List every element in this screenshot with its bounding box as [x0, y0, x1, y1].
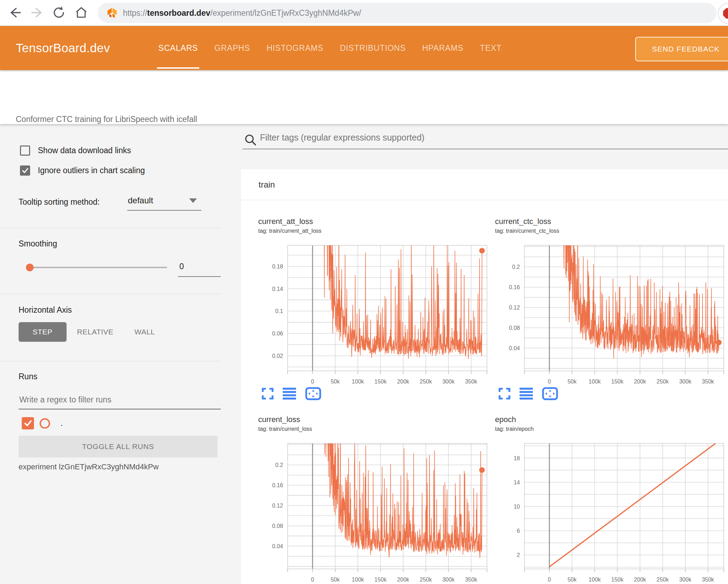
- svg-text:0: 0: [311, 379, 314, 385]
- chart-toolbar: [499, 387, 558, 400]
- group-header[interactable]: train: [241, 169, 728, 200]
- tooltip-sorting-label: Tooltip sorting method:: [19, 197, 99, 207]
- chart-toolbar: [262, 387, 321, 400]
- horizontal-axis-option-relative[interactable]: RELATIVE: [67, 322, 124, 342]
- svg-text:150k: 150k: [611, 577, 624, 583]
- svg-text:0.16: 0.16: [272, 482, 283, 488]
- svg-text:250k: 250k: [657, 379, 669, 385]
- divider: [0, 361, 221, 361]
- runs-filter-input[interactable]: Write a regex to filter runs: [19, 395, 111, 405]
- svg-text:350k: 350k: [465, 577, 478, 583]
- svg-text:0.12: 0.12: [272, 503, 283, 509]
- select-underline: [127, 210, 201, 211]
- svg-text:200k: 200k: [397, 379, 410, 385]
- input-underline: [19, 409, 221, 409]
- svg-text:300k: 300k: [679, 379, 692, 385]
- smoothing-slider-track[interactable]: [30, 267, 167, 268]
- fit-domain-icon[interactable]: [542, 387, 558, 400]
- group-title: train: [259, 180, 275, 190]
- svg-text:6: 6: [517, 528, 520, 534]
- svg-text:250k: 250k: [420, 577, 432, 583]
- address-bar[interactable]: https://tensorboard.dev/experiment/lzGnE…: [98, 3, 716, 23]
- svg-text:0.2: 0.2: [275, 462, 283, 468]
- svg-text:350k: 350k: [702, 379, 714, 385]
- experiment-title: Conformer CTC training for LibriSpeech w…: [16, 70, 197, 133]
- reload-icon[interactable]: [51, 5, 67, 20]
- experiment-title-bar: Conformer CTC training for LibriSpeech w…: [0, 70, 728, 124]
- run-row[interactable]: .: [22, 417, 63, 429]
- svg-text:0.14: 0.14: [272, 286, 283, 292]
- tab-distributions[interactable]: DISTRIBUTIONS: [340, 26, 406, 70]
- smoothing-value-underline: [178, 276, 221, 277]
- horizontal-axis-option-wall[interactable]: WALL: [124, 322, 165, 342]
- adblock-extension-icon[interactable]: [718, 3, 728, 24]
- svg-text:100k: 100k: [352, 379, 364, 385]
- input-underline: [242, 149, 728, 149]
- chart-plot-epoch[interactable]: 26101418050k100k150k200k250k300k350k: [495, 440, 728, 584]
- data-table-icon[interactable]: [520, 387, 533, 400]
- svg-text:150k: 150k: [375, 577, 387, 583]
- svg-text:0: 0: [548, 577, 551, 583]
- chart-title: current_att_loss: [258, 217, 494, 226]
- svg-text:0.08: 0.08: [272, 523, 283, 529]
- send-feedback-button[interactable]: SEND FEEDBACK: [635, 37, 728, 61]
- tab-text[interactable]: TEXT: [480, 26, 502, 70]
- svg-text:100k: 100k: [352, 577, 364, 583]
- svg-text:50k: 50k: [331, 577, 340, 583]
- toggle-all-runs-button[interactable]: TOGGLE ALL RUNS: [19, 436, 218, 457]
- svg-text:0.02: 0.02: [272, 353, 283, 359]
- smoothing-slider-thumb[interactable]: [26, 264, 34, 271]
- checkbox-label: Show data download links: [38, 146, 131, 155]
- fullscreen-icon[interactable]: [499, 388, 510, 400]
- tag-filter-input[interactable]: Filter tags (regular expressions support…: [260, 133, 425, 143]
- app-logo: TensorBoard.dev: [16, 26, 110, 70]
- run-name: .: [61, 419, 63, 428]
- home-icon[interactable]: [74, 5, 89, 20]
- app-header: TensorBoard.dev SCALARSGRAPHSHISTOGRAMSD…: [0, 26, 728, 70]
- show-download-links-checkbox[interactable]: Show data download links: [20, 145, 131, 156]
- svg-text:0.16: 0.16: [509, 284, 520, 290]
- svg-text:250k: 250k: [420, 379, 432, 385]
- chart-plot-current_att_loss[interactable]: 0.020.060.10.140.18050k100k150k200k250k3…: [258, 242, 494, 391]
- tab-graphs[interactable]: GRAPHS: [214, 26, 250, 70]
- horizontal-axis-label: Horizontal Axis: [19, 305, 72, 315]
- forward-icon[interactable]: [30, 5, 45, 20]
- svg-text:200k: 200k: [397, 577, 410, 583]
- smoothing-label: Smoothing: [19, 239, 57, 249]
- chart-plot-current_ctc_loss[interactable]: 0.040.080.120.160.2050k100k150k200k250k3…: [495, 242, 728, 391]
- fullscreen-icon[interactable]: [262, 388, 274, 400]
- tooltip-sorting-select[interactable]: default: [128, 196, 153, 205]
- svg-text:0.08: 0.08: [509, 325, 520, 331]
- run-checkbox-checked-icon[interactable]: [22, 417, 34, 429]
- smoothing-value[interactable]: 0: [179, 262, 184, 271]
- search-icon: [244, 133, 257, 147]
- tab-scalars[interactable]: SCALARS: [158, 26, 198, 70]
- fit-domain-icon[interactable]: [305, 387, 321, 400]
- svg-text:0.2: 0.2: [512, 264, 520, 270]
- svg-text:50k: 50k: [568, 577, 577, 583]
- tab-histograms[interactable]: HISTOGRAMS: [267, 26, 323, 70]
- svg-text:200k: 200k: [634, 577, 646, 583]
- train-group-card: train current_att_losstag: train/current…: [241, 169, 728, 584]
- horizontal-axis-option-step[interactable]: STEP: [19, 322, 67, 342]
- svg-text:18: 18: [514, 455, 520, 461]
- tab-hparams[interactable]: HPARAMS: [422, 26, 463, 70]
- data-table-icon[interactable]: [283, 387, 296, 400]
- chart-title: current_loss: [258, 415, 494, 425]
- chart-title: current_ctc_loss: [495, 217, 728, 226]
- chart-plot-current_loss[interactable]: 0.040.080.120.160.2050k100k150k200k250k3…: [258, 440, 494, 584]
- svg-text:0.12: 0.12: [509, 305, 520, 311]
- svg-text:300k: 300k: [442, 577, 455, 583]
- chart-tag: tag: train/current_ctc_loss: [495, 228, 728, 234]
- svg-text:50k: 50k: [331, 379, 340, 385]
- checkbox-label: Ignore outliers in chart scaling: [38, 166, 145, 175]
- svg-text:300k: 300k: [679, 577, 692, 583]
- svg-text:100k: 100k: [589, 379, 601, 385]
- svg-text:0.1: 0.1: [275, 308, 283, 314]
- experiment-id-line: experiment lzGnETjwRxC3yghNMd4kPw: [19, 462, 159, 471]
- browser-toolbar: https://tensorboard.dev/experiment/lzGnE…: [0, 0, 728, 26]
- run-color-swatch-icon: [40, 418, 50, 429]
- chevron-down-icon[interactable]: [189, 198, 197, 203]
- back-icon[interactable]: [7, 5, 22, 20]
- ignore-outliers-checkbox[interactable]: Ignore outliers in chart scaling: [20, 165, 145, 176]
